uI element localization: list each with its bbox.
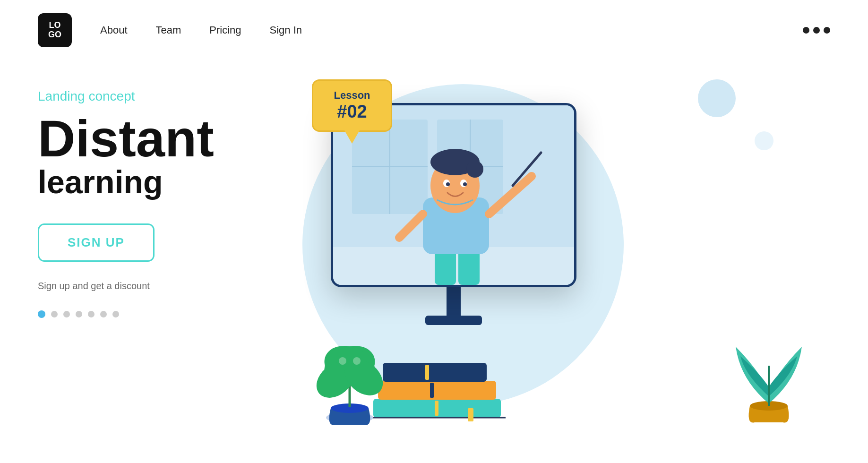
dot-3 bbox=[824, 27, 830, 34]
nav-pricing[interactable]: Pricing bbox=[209, 24, 241, 36]
lesson-label: Lesson bbox=[327, 89, 378, 102]
indicator-dot-4[interactable] bbox=[76, 311, 82, 317]
plant-left bbox=[312, 323, 387, 429]
deco-circle-tiny bbox=[755, 131, 773, 150]
more-options[interactable] bbox=[803, 27, 830, 34]
signup-button[interactable]: SIGN UP bbox=[38, 223, 155, 262]
svg-point-36 bbox=[339, 357, 346, 365]
logo[interactable]: LOGO bbox=[38, 13, 72, 47]
main-content: Landing concept Distant learning SIGN UP… bbox=[0, 75, 868, 463]
header: LOGO About Team Pricing Sign In bbox=[0, 0, 868, 60]
svg-rect-22 bbox=[435, 401, 438, 416]
indicator-dot-7[interactable] bbox=[112, 311, 119, 317]
hero-subheadline: learning bbox=[38, 164, 284, 200]
lesson-badge: Lesson #02 bbox=[312, 79, 392, 132]
monitor-base bbox=[425, 316, 482, 325]
monitor-stand bbox=[447, 287, 461, 316]
indicator-dot-6[interactable] bbox=[100, 311, 107, 317]
nav-about[interactable]: About bbox=[100, 24, 128, 36]
svg-point-17 bbox=[463, 182, 467, 186]
dot-1 bbox=[803, 27, 809, 34]
svg-rect-23 bbox=[378, 381, 496, 400]
discount-label: Sign up and get a discount bbox=[38, 281, 284, 292]
hero-headline: Distant bbox=[38, 112, 284, 164]
indicator-dot-1[interactable] bbox=[38, 310, 45, 318]
teacher-svg bbox=[333, 105, 574, 285]
hero-left: Landing concept Distant learning SIGN UP… bbox=[38, 75, 284, 318]
indicator-dot-3[interactable] bbox=[63, 311, 70, 317]
indicator-dot-5[interactable] bbox=[88, 311, 95, 317]
books-stack bbox=[373, 347, 506, 424]
indicator-dot-2[interactable] bbox=[51, 311, 58, 317]
hero-illustration: Lesson #02 bbox=[265, 75, 830, 463]
nav-team[interactable]: Team bbox=[156, 24, 181, 36]
navigation: About Team Pricing Sign In bbox=[100, 24, 302, 36]
lesson-number: #02 bbox=[327, 102, 378, 122]
dot-2 bbox=[813, 27, 820, 34]
slide-indicators bbox=[38, 310, 284, 318]
monitor-screen bbox=[333, 105, 574, 285]
svg-point-37 bbox=[353, 357, 361, 365]
monitor bbox=[331, 103, 576, 325]
svg-rect-28 bbox=[468, 408, 473, 421]
nav-signin[interactable]: Sign In bbox=[270, 24, 302, 36]
svg-point-13 bbox=[466, 161, 483, 178]
deco-circle-small bbox=[698, 79, 736, 117]
svg-rect-24 bbox=[430, 383, 434, 398]
plant-right bbox=[726, 323, 811, 429]
svg-point-16 bbox=[446, 182, 450, 186]
svg-rect-25 bbox=[383, 363, 487, 382]
hero-tagline: Landing concept bbox=[38, 89, 284, 104]
logo-text: LOGO bbox=[48, 21, 61, 40]
svg-rect-26 bbox=[425, 365, 429, 380]
